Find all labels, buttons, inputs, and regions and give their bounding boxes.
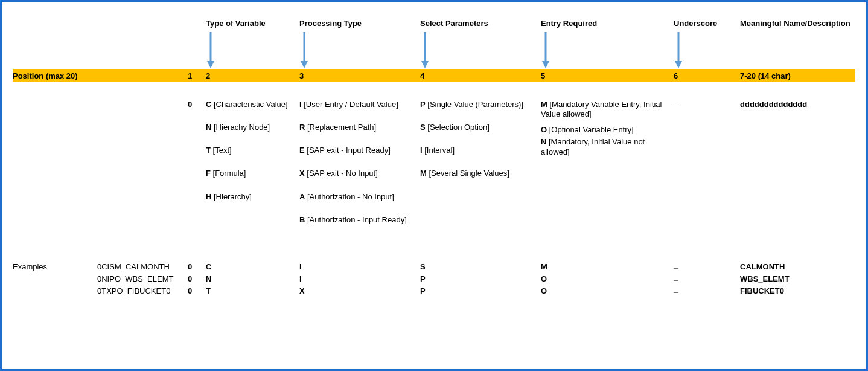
arrow-down-icon [674, 32, 692, 69]
svg-marker-7 [542, 61, 549, 68]
list-item: H [Hierarchy] [206, 192, 296, 202]
position-label: Position (max 20) [13, 70, 97, 80]
example-p5: O [541, 286, 674, 296]
svg-marker-1 [207, 61, 214, 68]
example-name: 0NIPO_WBS_ELEMT [97, 274, 188, 284]
example-p5: O [541, 274, 674, 284]
example-p6: _ [674, 272, 740, 282]
header-select-parameters: Select Parameters [420, 19, 541, 28]
example-p3: I [299, 262, 420, 272]
examples-label: Examples [13, 262, 97, 272]
list-item: O [Optional Variable Entry] [541, 125, 670, 135]
position-2: 2 [206, 70, 299, 80]
position-6: 6 [674, 70, 740, 80]
example-p5: M [541, 262, 674, 272]
examples-block: Examples 0CISM_CALMONTH 0 C I S M _ CALM… [13, 262, 855, 296]
position-3: 3 [299, 70, 420, 80]
example-p6: _ [674, 284, 740, 294]
header-type-of-variable: Type of Variable [206, 19, 299, 28]
list-item: E [SAP exit - Input Ready] [299, 146, 416, 155]
list-item: S [Selection Option] [420, 123, 537, 132]
processing-type-list: I [User Entry / Default Value] R [Replac… [299, 100, 420, 239]
example-p4: P [420, 274, 541, 284]
example-p2: C [206, 262, 299, 272]
example-p4: S [420, 262, 541, 272]
prefix-zero: 0 [188, 100, 206, 239]
arrows-row [13, 32, 855, 69]
header-meaningful-name: Meaningful Name/Description [740, 19, 861, 28]
list-item: R [Replacement Path] [299, 123, 416, 132]
list-item: N [Mandatory, Initial Value not allowed] [541, 137, 670, 157]
list-item: M [Mandatory Variable Entry, Initial Val… [541, 100, 670, 120]
list-item: I [User Entry / Default Value] [299, 100, 416, 109]
example-row: 0TXPO_FIBUCKET0 0 T X P O _ FIBUCKET0 [13, 286, 855, 296]
position-row: Position (max 20) 1 2 3 4 5 6 7-20 (14 c… [13, 69, 855, 82]
list-item: C [Characteristic Value] [206, 100, 296, 109]
example-row: Examples 0CISM_CALMONTH 0 C I S M _ CALM… [13, 262, 855, 272]
example-p1: 0 [188, 286, 206, 296]
example-name: 0CISM_CALMONTH [97, 262, 188, 272]
list-item: B [Authorization - Input Ready] [299, 215, 416, 225]
example-p2: T [206, 286, 299, 296]
arrow-down-icon [299, 32, 318, 69]
example-p4: P [420, 286, 541, 296]
underscore-value: _ [674, 97, 740, 236]
list-item: F [Formula] [206, 169, 296, 178]
list-item: X [SAP exit - No Input] [299, 169, 416, 178]
list-item: P [Single Value (Parameters)] [420, 100, 537, 109]
type-of-variable-list: C [Characteristic Value] N [Hierachy Nod… [206, 100, 299, 239]
svg-marker-9 [675, 61, 682, 68]
position-4: 4 [420, 70, 541, 80]
example-p3: I [299, 274, 420, 284]
select-parameters-list: P [Single Value (Parameters)] S [Selecti… [420, 100, 541, 239]
arrow-down-icon [206, 32, 224, 69]
svg-marker-3 [301, 61, 308, 68]
position-7: 7-20 (14 char) [740, 70, 861, 80]
column-headers: Type of Variable Processing Type Select … [13, 19, 855, 28]
arrow-down-icon [420, 32, 438, 69]
ddd-placeholder: dddddddddddddd [740, 100, 861, 239]
list-item: A [Authorization - No Input] [299, 192, 416, 202]
example-p7: WBS_ELEMT [740, 274, 861, 284]
example-p2: N [206, 274, 299, 284]
list-item: I [Interval] [420, 146, 537, 155]
header-entry-required: Entry Required [541, 19, 674, 28]
example-row: 0NIPO_WBS_ELEMT 0 N I P O _ WBS_ELEMT [13, 274, 855, 284]
entry-required-list: M [Mandatory Variable Entry, Initial Val… [541, 100, 674, 239]
list-item: T [Text] [206, 146, 296, 155]
svg-marker-5 [421, 61, 429, 68]
position-1: 1 [188, 70, 206, 80]
example-p1: 0 [188, 274, 206, 284]
header-processing-type: Processing Type [299, 19, 420, 28]
header-underscore: Underscore [674, 19, 740, 28]
value-definitions: 0 C [Characteristic Value] N [Hierachy N… [13, 100, 855, 239]
example-p7: FIBUCKET0 [740, 286, 861, 296]
position-5: 5 [541, 70, 674, 80]
list-item: N [Hierachy Node] [206, 123, 296, 132]
example-p1: 0 [188, 262, 206, 272]
example-p3: X [299, 286, 420, 296]
arrow-down-icon [541, 32, 559, 69]
list-item: M [Several Single Values] [420, 169, 537, 178]
example-p7: CALMONTH [740, 262, 861, 272]
example-name: 0TXPO_FIBUCKET0 [97, 286, 188, 296]
diagram-frame: Type of Variable Processing Type Select … [0, 0, 868, 371]
example-p6: _ [674, 260, 740, 269]
